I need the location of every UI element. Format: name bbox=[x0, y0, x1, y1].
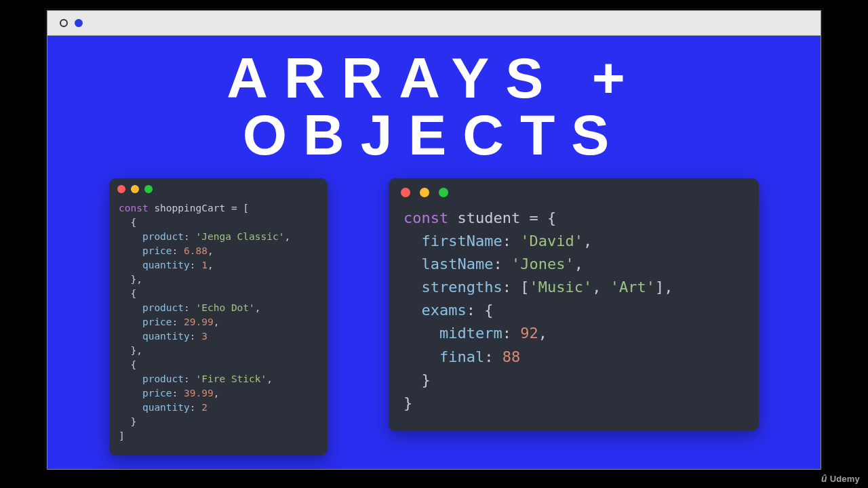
window-controls bbox=[109, 178, 328, 196]
browser-dot-hollow bbox=[60, 19, 68, 27]
value-quantity-2: 2 bbox=[201, 402, 208, 413]
keyword-const: const bbox=[119, 203, 149, 214]
value-price-2: 39.99 bbox=[184, 388, 214, 399]
value-product-1: 'Echo Dot' bbox=[196, 302, 255, 313]
code-panels: const shoppingCart = [ { product: 'Jenga… bbox=[66, 178, 802, 455]
keyword-const: const bbox=[403, 209, 448, 226]
window-controls bbox=[389, 178, 759, 200]
code-window-student: const student = { firstName: 'David', la… bbox=[389, 178, 759, 431]
traffic-light-green-icon bbox=[439, 188, 448, 197]
code-block-shopping-cart: const shoppingCart = [ { product: 'Jenga… bbox=[109, 196, 328, 455]
identifier-shopping-cart: shoppingCart bbox=[154, 203, 225, 214]
value-final: 88 bbox=[502, 348, 521, 365]
value-midterm: 92 bbox=[520, 325, 538, 342]
slide-title: ARRAYS + OBJECTS bbox=[66, 49, 802, 163]
traffic-light-yellow-icon bbox=[131, 185, 139, 193]
identifier-student: student bbox=[457, 209, 520, 226]
video-frame: ARRAYS + OBJECTS const shoppingCart = [ … bbox=[45, 8, 823, 469]
value-price-1: 29.99 bbox=[184, 317, 214, 327]
value-price-0: 6.88 bbox=[184, 245, 208, 256]
browser-top-bar bbox=[47, 10, 821, 36]
code-block-student: const student = { firstName: 'David', la… bbox=[389, 200, 759, 431]
slide-body: ARRAYS + OBJECTS const shoppingCart = [ … bbox=[47, 36, 821, 470]
watermark-text: Udemy bbox=[830, 474, 860, 484]
traffic-light-red-icon bbox=[401, 188, 410, 197]
traffic-light-yellow-icon bbox=[420, 188, 429, 197]
value-quantity-1: 3 bbox=[201, 331, 208, 342]
traffic-light-red-icon bbox=[117, 185, 125, 193]
udemy-logo-icon: û bbox=[821, 473, 827, 484]
value-product-2: 'Fire Stick' bbox=[196, 373, 267, 384]
value-firstname: 'David' bbox=[520, 232, 583, 249]
value-strength-1: 'Art' bbox=[610, 279, 655, 296]
value-quantity-0: 1 bbox=[201, 260, 208, 270]
traffic-light-green-icon bbox=[144, 185, 153, 193]
browser-dot-filled bbox=[75, 19, 83, 27]
code-window-shopping-cart: const shoppingCart = [ { product: 'Jenga… bbox=[109, 178, 328, 455]
value-strength-0: 'Music' bbox=[529, 279, 592, 296]
watermark-udemy: û Udemy bbox=[821, 473, 860, 484]
value-lastname: 'Jones' bbox=[511, 256, 574, 272]
value-product-0: 'Jenga Classic' bbox=[196, 231, 285, 242]
